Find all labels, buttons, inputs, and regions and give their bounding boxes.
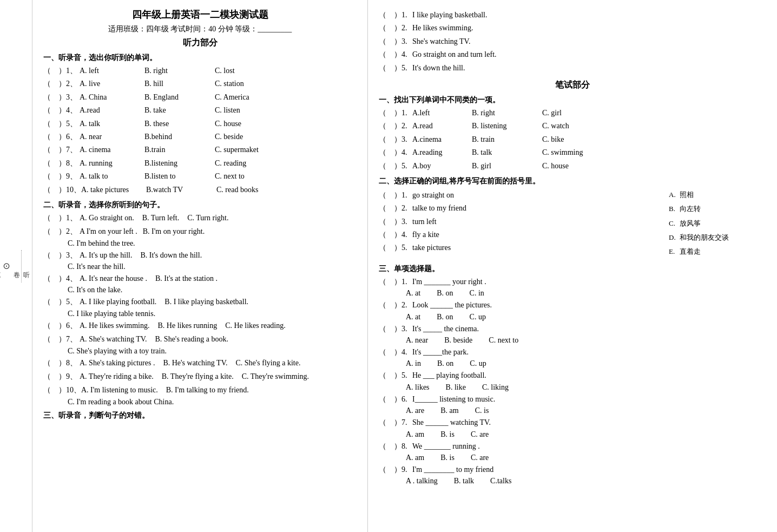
q-num: 9、	[66, 170, 80, 182]
bracket: （	[379, 242, 386, 254]
l-p2-question-5: （ ）5、A. I like playing football.B. I lik…	[43, 296, 357, 318]
bracket: ）	[58, 104, 66, 116]
q-num: 7.	[401, 417, 412, 429]
l-p3-question-1: （ ）1.I like playing basketball.	[379, 9, 766, 21]
blank	[51, 273, 58, 285]
written-section-title: 笔试部分	[379, 80, 766, 91]
w-p1-question-5: （ ）5.A.boyB. girlC. house	[379, 160, 766, 172]
option-c: C. bike	[542, 134, 564, 146]
q-num: 3.	[401, 36, 412, 48]
blank	[51, 65, 58, 77]
item-num: 5.	[401, 242, 412, 254]
l-p1-question-10: （ ）10、A. take picturesB.watch TVC. read …	[43, 184, 357, 196]
option-a: A. He likes swimming.	[80, 320, 150, 332]
q-num: 1.	[401, 107, 412, 119]
q-num: 2.	[401, 299, 412, 311]
bracket: ）	[394, 393, 401, 405]
option-b: B. I'm on your right.	[143, 226, 205, 238]
q-num: 8.	[401, 441, 412, 452]
bracket: ）	[58, 118, 66, 130]
option-1: B. on	[437, 313, 453, 321]
w-p3-question-8: （ ）8.We _______ running .A. amB. isC. ar…	[379, 441, 766, 462]
bracket: ）	[394, 323, 401, 335]
option-b: B. take	[144, 104, 215, 116]
option-2: C. in	[470, 289, 484, 298]
l-p2-question-9: （ ）9、A. They're riding a bike.B. They're…	[43, 371, 357, 383]
option-a: A. Go straight on.	[80, 212, 134, 224]
q-num: 4.	[401, 49, 412, 61]
margin-circle-1: ⊙	[2, 262, 12, 270]
listening-part2-title: 二、听录音，选择你所听到的句子。	[43, 200, 357, 210]
l-p3-question-3: （ ）3.She's watching TV.	[379, 36, 766, 48]
bracket: （	[43, 212, 51, 224]
q-num: 6、	[66, 320, 80, 332]
l-p2-question-4: （ ）4、A. It's near the house .B. It's at …	[43, 273, 357, 294]
option-c: C. supermaket	[215, 144, 259, 156]
bracket: ）	[394, 62, 401, 74]
page-subtitle: 适用班级：四年级 考试时间：40 分钟 等级：_________	[43, 24, 357, 34]
option-b: B. I like playing basketball.	[164, 296, 248, 308]
option-a: A I'm on your left .	[80, 226, 137, 238]
q-stem: I'm _______ your right .	[412, 276, 486, 288]
option-c: C. She's flying a kite.	[235, 357, 300, 369]
bracket: （	[43, 118, 51, 130]
option-a: A. talk to	[80, 170, 144, 182]
option-c-line: C. I'm reading a book about China.	[43, 398, 357, 406]
item-text: take pictures	[412, 242, 451, 254]
option-a: A. running	[80, 157, 144, 169]
bracket: ）	[394, 441, 401, 452]
bracket: ）	[58, 144, 66, 156]
q-text: Go straight on and turn left.	[412, 49, 497, 61]
written-part1: 一、找出下列单词中不同类的一项。 （ ）1.A.leftB. rightC. g…	[379, 95, 766, 172]
bracket: （	[43, 371, 51, 383]
q-num: 5.	[401, 160, 412, 172]
option-1: B. like	[446, 383, 466, 392]
q-num: 2、	[66, 78, 80, 90]
blank	[51, 371, 58, 383]
answer-options: A . talkingB. talkC.talks	[379, 477, 766, 485]
l-p2-question-7: （ ）7、A. She's watching TV.B. She's readi…	[43, 333, 357, 355]
w-p2-left-item-3: （ ）3.turn left	[379, 216, 653, 228]
option-a: A. I like playing football.	[80, 296, 156, 308]
bracket: ）	[58, 65, 66, 77]
w-p2-right-item-2: B.向左转	[669, 202, 766, 215]
bracket: （	[379, 299, 386, 311]
bracket: ）	[394, 276, 401, 288]
bracket: （	[379, 441, 386, 452]
blank	[386, 441, 394, 452]
q-stem: It's _____the park.	[412, 346, 469, 358]
bracket: （	[379, 202, 386, 214]
left-margin: 听 卷 ⊙ 装订线 ⊙ 姓名 ⊙ 班级 ⊙ 装订线 ⊙ 学校	[0, 0, 32, 532]
option-b: B. talk	[472, 147, 542, 159]
written-part1-title: 一、找出下列单词中不同类的一项。	[379, 95, 766, 105]
l-p2-question-8: （ ）8、A. She's taking pictures .B. He's w…	[43, 357, 357, 369]
w-p3-question-2: （ ）2.Look ______ the pictures.A. atB. on…	[379, 299, 766, 321]
blank	[386, 22, 394, 34]
letter: B.	[669, 202, 680, 215]
option-a: A. They're riding a bike.	[80, 371, 154, 383]
option-a: A. near	[80, 131, 144, 143]
main-content: 四年级上册英语一二模块测试题 适用班级：四年级 考试时间：40 分钟 等级：__…	[32, 0, 777, 532]
bracket: （	[43, 384, 51, 396]
blank	[386, 276, 394, 288]
blank	[386, 107, 394, 119]
bracket: ）	[58, 157, 66, 169]
w-p2-left-item-4: （ ）4.fly a kite	[379, 229, 653, 241]
item-text: talke to my friend	[412, 202, 466, 214]
bracket: （	[379, 160, 386, 172]
bracket: ）	[394, 417, 401, 429]
blank	[386, 393, 394, 405]
written-part2-title: 二、选择正确的词组,将序号写在前面的括号里。	[379, 176, 766, 186]
bracket: ）	[394, 189, 401, 201]
blank	[51, 249, 58, 261]
written-part3-title: 三、单项选择题。	[379, 264, 766, 274]
option-2: C. next to	[489, 336, 518, 345]
w-p3-question-7: （ ）7.She ______ watching TV.A. amB. isC.…	[379, 417, 766, 438]
bracket: （	[379, 393, 386, 405]
option-c-line: C. It's near the hill.	[43, 262, 357, 271]
bracket: （	[379, 276, 386, 288]
bracket: （	[379, 323, 386, 335]
bracket: ）	[394, 22, 401, 34]
bracket: ）	[394, 370, 401, 382]
option-c: C. read books	[216, 184, 258, 196]
